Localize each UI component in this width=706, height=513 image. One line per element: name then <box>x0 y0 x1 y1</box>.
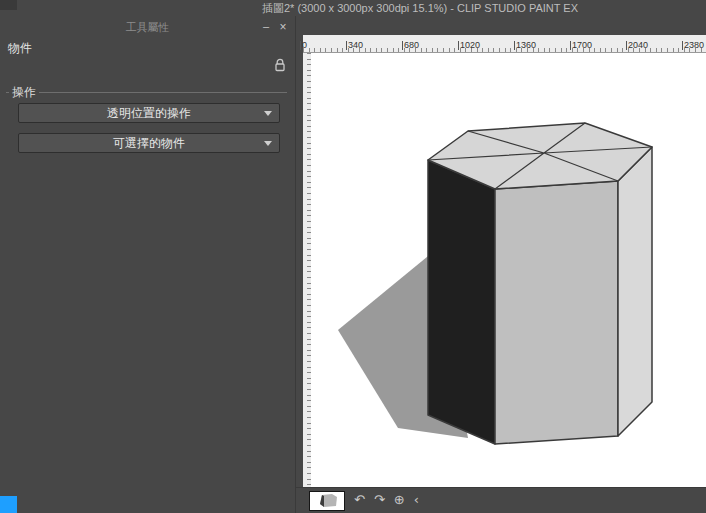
ruler-label: 340 <box>346 41 363 50</box>
canvas[interactable] <box>311 53 706 487</box>
reset-view-icon[interactable]: ⊕ <box>394 492 405 508</box>
ruler-label: 2040 <box>626 41 648 50</box>
rotate-left-icon[interactable]: ↶ <box>354 492 365 508</box>
prism-left-face[interactable] <box>428 160 495 444</box>
operation-group-label: 操作 <box>9 84 39 101</box>
canvas-bottom-toolbar: ↶ ↷ ⊕ ‹ <box>354 492 419 508</box>
chevron-down-icon <box>264 141 272 146</box>
selectable-object-dropdown[interactable]: 可選擇的物件 <box>18 133 280 153</box>
prism-front-face[interactable] <box>495 181 618 444</box>
chevron-down-icon <box>264 111 272 116</box>
panel-titlebar[interactable]: 工具屬性 – × <box>0 20 295 35</box>
ruler-label: 1020 <box>458 41 480 50</box>
ruler-label: 1700 <box>570 41 592 50</box>
panel-title: 工具屬性 <box>0 20 295 35</box>
rotate-right-icon[interactable]: ↷ <box>374 492 385 508</box>
prism-right-face[interactable] <box>618 147 652 436</box>
ruler-label: 680 <box>402 41 419 50</box>
horizontal-ruler: 0 340 680 1020 1360 1700 2040 2380 <box>303 35 706 53</box>
lock-icon[interactable] <box>274 58 286 72</box>
canvas-area: 0 340 680 1020 1360 1700 2040 2380 <box>296 16 706 513</box>
panel-minimize-button[interactable]: – <box>259 20 273 32</box>
clip-studio-window: 插圖2* (3000 x 3000px 300dpi 15.1%) - CLIP… <box>0 0 706 513</box>
transparency-operation-value: 透明位置的操作 <box>107 105 191 122</box>
vertical-ruler <box>303 53 311 487</box>
titlebar: 插圖2* (3000 x 3000px 300dpi 15.1%) - CLIP… <box>0 0 706 16</box>
operation-group-header: 操作 <box>6 84 287 101</box>
navigator-preview-image <box>310 492 344 510</box>
transparency-operation-dropdown[interactable]: 透明位置的操作 <box>18 103 280 123</box>
group-rule-right <box>39 92 287 93</box>
current-tool-label: 物件 <box>8 40 32 57</box>
canvas-bottom-bar: ↶ ↷ ⊕ ‹ <box>296 487 706 513</box>
panel-close-button[interactable]: × <box>276 20 290 34</box>
selectable-object-value: 可選擇的物件 <box>113 135 185 152</box>
canvas-drawing <box>311 53 706 487</box>
ruler-label: 0 <box>300 41 307 50</box>
ruler-label: 1360 <box>514 41 536 50</box>
blue-corner-square <box>0 496 17 513</box>
navigator-preview-button[interactable] <box>309 491 345 511</box>
scroll-left-icon[interactable]: ‹ <box>414 492 419 508</box>
window-title: 插圖2* (3000 x 3000px 300dpi 15.1%) - CLIP… <box>0 1 706 16</box>
ruler-label: 2380 <box>682 41 704 50</box>
tool-property-panel: 工具屬性 – × 物件 操作 透明位置的操作 可選擇的物件 <box>0 16 296 513</box>
